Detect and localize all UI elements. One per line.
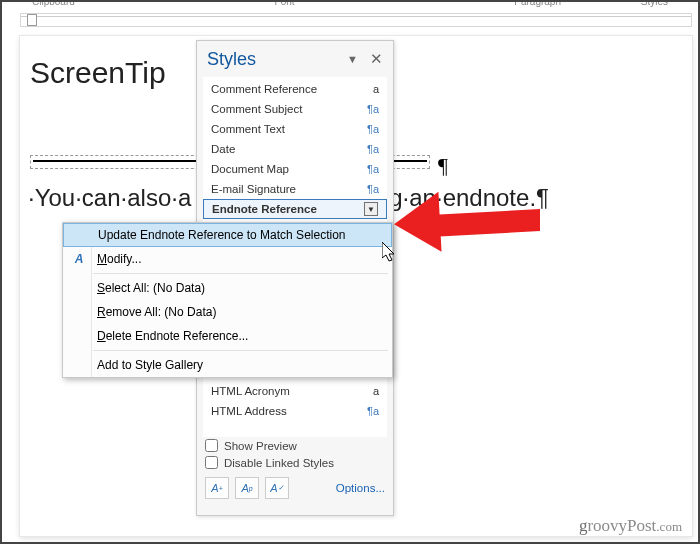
styles-pane-title: Styles bbox=[207, 49, 256, 70]
ribbon-group-labels: Clipboard Font Paragraph Styles bbox=[2, 0, 698, 14]
ctx-select-all[interactable]: Select All: (No Data) bbox=[63, 276, 392, 300]
style-marker-icon: ¶a bbox=[367, 143, 379, 155]
style-marker-icon: ¶a bbox=[367, 123, 379, 135]
style-inspector-button[interactable]: Ap bbox=[235, 477, 259, 499]
style-marker-icon: ¶a bbox=[367, 163, 379, 175]
manage-styles-button[interactable]: A✓ bbox=[265, 477, 289, 499]
ctx-update-to-match[interactable]: Update Endnote Reference to Match Select… bbox=[63, 223, 392, 247]
style-marker-icon: ¶a bbox=[367, 405, 379, 417]
paragraph-mark: ¶ bbox=[438, 153, 448, 179]
style-item[interactable]: Comment Subject¶a bbox=[203, 99, 387, 119]
disable-linked-label: Disable Linked Styles bbox=[224, 457, 334, 469]
style-context-menu: Update Endnote Reference to Match Select… bbox=[62, 222, 393, 378]
annotation-arrow bbox=[400, 197, 540, 247]
styles-pane-footer: A+ Ap A✓ Options... bbox=[197, 471, 393, 499]
new-style-button[interactable]: A+ bbox=[205, 477, 229, 499]
disable-linked-row[interactable]: Disable Linked Styles bbox=[197, 454, 393, 471]
style-marker-icon: ¶a bbox=[367, 103, 379, 115]
style-item[interactable]: E-mail Signature¶a bbox=[203, 179, 387, 199]
pane-move-icon[interactable]: ▼ bbox=[347, 53, 358, 65]
style-item[interactable]: HTML Acronyma bbox=[203, 381, 387, 401]
watermark: groovyPost.com bbox=[579, 516, 682, 536]
ctx-delete[interactable]: Delete Endnote Reference... bbox=[63, 324, 392, 348]
tab-stop-marker[interactable] bbox=[27, 14, 37, 26]
style-marker-icon: a bbox=[373, 385, 379, 397]
style-marker-icon: a bbox=[373, 83, 379, 95]
show-preview-checkbox[interactable] bbox=[205, 439, 218, 452]
style-dropdown-icon[interactable]: ▼ bbox=[364, 202, 378, 216]
style-item[interactable]: Document Map¶a bbox=[203, 159, 387, 179]
options-link[interactable]: Options... bbox=[336, 482, 385, 494]
horizontal-ruler[interactable] bbox=[20, 13, 692, 27]
style-item[interactable]: HTML Address¶a bbox=[203, 401, 387, 421]
svg-marker-0 bbox=[382, 242, 394, 261]
style-marker-icon: ¶a bbox=[367, 183, 379, 195]
style-item[interactable]: Comment Referencea bbox=[203, 79, 387, 99]
show-preview-label: Show Preview bbox=[224, 440, 297, 452]
close-icon[interactable]: ✕ bbox=[370, 50, 383, 68]
show-preview-row[interactable]: Show Preview bbox=[197, 437, 393, 454]
style-item[interactable]: Date¶a bbox=[203, 139, 387, 159]
disable-linked-checkbox[interactable] bbox=[205, 456, 218, 469]
ctx-remove-all[interactable]: Remove All: (No Data) bbox=[63, 300, 392, 324]
ctx-add-gallery[interactable]: Add to Style Gallery bbox=[63, 353, 392, 377]
watermark-text: roovyPost bbox=[587, 516, 656, 535]
styles-pane-header[interactable]: Styles ▼ ✕ bbox=[197, 41, 393, 77]
mouse-cursor-icon bbox=[382, 242, 400, 264]
style-item-selected[interactable]: Endnote Reference ▼ bbox=[203, 199, 387, 219]
modify-icon: A bbox=[71, 251, 87, 267]
style-item[interactable]: Comment Text¶a bbox=[203, 119, 387, 139]
ctx-modify[interactable]: A Modify... bbox=[63, 247, 392, 271]
